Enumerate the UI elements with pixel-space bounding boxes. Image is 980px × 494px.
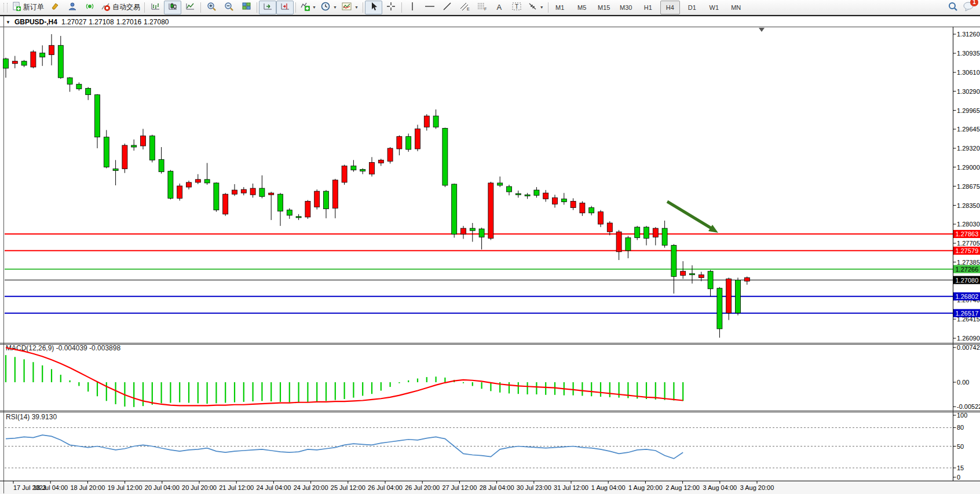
equidistant-channel-button[interactable]: E <box>456 1 473 14</box>
crosshair-button[interactable] <box>382 1 400 14</box>
line-chart-button[interactable] <box>181 1 199 14</box>
rsi-label: RSI(14) 39.9130 <box>6 413 57 421</box>
templates-button[interactable]: ▼ <box>339 1 361 14</box>
candle-bearish <box>580 203 585 213</box>
mt4-terminal: 新订单 自动交易 <box>0 0 980 494</box>
candle-bearish <box>122 145 127 169</box>
channel-icon: E <box>459 2 470 13</box>
timeframe-button-m5[interactable]: M5 <box>572 1 592 14</box>
indicators-icon <box>300 2 310 13</box>
toolbar-separator <box>257 2 257 13</box>
candle-bullish <box>589 208 594 213</box>
candlestick-button[interactable] <box>164 1 181 14</box>
vertical-line-button[interactable] <box>404 1 421 14</box>
zoom-in-button[interactable] <box>203 1 220 14</box>
time-tick-label: 25 Jul 12:00 <box>331 484 365 491</box>
chart-shift-button[interactable] <box>276 1 294 14</box>
candle-bullish <box>717 288 722 329</box>
autoscroll-icon <box>263 2 273 13</box>
bar-chart-button[interactable] <box>147 1 164 14</box>
timeframe-button-h4[interactable]: H4 <box>660 1 680 14</box>
candle-bearish <box>305 201 310 217</box>
candle-bullish <box>561 199 566 202</box>
price-tick-label: 1.29320 <box>957 145 980 152</box>
timeframe-button-h1[interactable]: H1 <box>638 1 658 14</box>
time-tick-label: 27 Jul 12:00 <box>442 484 477 491</box>
trendline-button[interactable] <box>438 1 456 14</box>
timeframe-button-w1[interactable]: W1 <box>704 1 724 14</box>
horizontal-line-icon <box>425 2 435 13</box>
candle-bearish <box>571 201 576 207</box>
styler-button[interactable] <box>46 1 64 14</box>
new-order-button[interactable]: 新订单 <box>9 1 46 14</box>
zoom-in-icon <box>207 2 217 13</box>
timeframe-button-m15[interactable]: M15 <box>594 1 614 14</box>
text-label-button[interactable]: T <box>508 1 525 14</box>
trendline-icon <box>443 2 452 13</box>
candle-bullish <box>3 59 9 68</box>
time-tick-label: 20 Jul 04:00 <box>145 484 180 491</box>
candle-bullish <box>40 53 45 57</box>
candle-bearish <box>223 194 228 214</box>
autotrading-button[interactable]: 自动交易 <box>98 1 142 14</box>
candle-bullish <box>534 190 539 195</box>
macd-tick-label: 0.00 <box>957 379 969 386</box>
timeframe-button-mn[interactable]: MN <box>726 1 746 14</box>
candle-bullish <box>406 137 411 149</box>
timeframe-button-d1[interactable]: D1 <box>682 1 702 14</box>
candle-bearish <box>553 197 558 204</box>
signal-icon <box>85 2 94 13</box>
candle-bearish <box>12 61 17 64</box>
collapse-triangle-icon[interactable]: ▼ <box>6 20 10 25</box>
price-tick-label: 1.28350 <box>957 202 980 209</box>
horizontal-line-button[interactable] <box>421 1 438 14</box>
candle-bearish <box>415 129 420 149</box>
periods-button[interactable]: ▼ <box>319 1 339 14</box>
arrow-tools-button[interactable]: ▼ <box>525 1 546 14</box>
time-tick-label: 18 Jul 20:00 <box>70 484 105 491</box>
clock-icon <box>321 2 331 13</box>
candle-bearish <box>424 116 429 127</box>
price-tick-label: 1.27705 <box>957 240 980 247</box>
price-level-label: 1.27266 <box>956 266 979 273</box>
tile-windows-icon <box>242 2 251 13</box>
fibonacci-button[interactable]: F <box>473 1 491 14</box>
zoom-out-button[interactable] <box>220 1 237 14</box>
candle-bullish <box>671 246 677 277</box>
time-tick-label: 20 Jul 20:00 <box>182 484 217 491</box>
candle-bullish <box>433 116 438 127</box>
candle-bullish <box>644 227 649 238</box>
signals-button[interactable] <box>81 1 98 14</box>
indicators-button[interactable]: ▼ <box>298 1 319 14</box>
profile-button[interactable] <box>64 1 81 14</box>
svg-text:E: E <box>467 7 470 11</box>
time-tick-label: 2 Aug 12:00 <box>665 484 700 491</box>
notifications-button[interactable]: 1 <box>963 1 974 14</box>
candle-bearish <box>726 279 732 313</box>
candle-bearish <box>378 160 383 163</box>
candle-bullish <box>58 45 63 78</box>
candle-bearish <box>250 188 255 195</box>
price-level-label: 1.27080 <box>956 277 979 284</box>
candle-bullish <box>104 137 109 167</box>
time-tick-label: 19 Jul 12:00 <box>108 484 142 491</box>
line-chart-icon <box>185 2 195 13</box>
toolbar-grip[interactable] <box>3 3 8 12</box>
autoscroll-button[interactable] <box>259 1 276 14</box>
label-icon: T <box>511 2 522 13</box>
cursor-button[interactable] <box>365 1 382 14</box>
timeframe-button-m30[interactable]: M30 <box>616 1 636 14</box>
chart-plot-area[interactable] <box>5 27 953 343</box>
candle-bullish <box>515 193 521 195</box>
price-level-label: 1.27863 <box>956 230 979 237</box>
search-icon[interactable] <box>948 1 958 14</box>
candle-bullish <box>507 186 512 192</box>
price-tick-label: 1.28675 <box>957 183 980 190</box>
text-button[interactable]: A <box>491 1 508 14</box>
candle-bullish <box>95 95 100 137</box>
timeframe-button-m1[interactable]: M1 <box>550 1 570 14</box>
candle-bullish <box>635 227 640 237</box>
candle-bearish <box>269 193 274 195</box>
chart-canvas[interactable]: 1.312601.309351.306101.302901.299651.296… <box>0 16 980 494</box>
tile-windows-button[interactable] <box>237 1 255 14</box>
